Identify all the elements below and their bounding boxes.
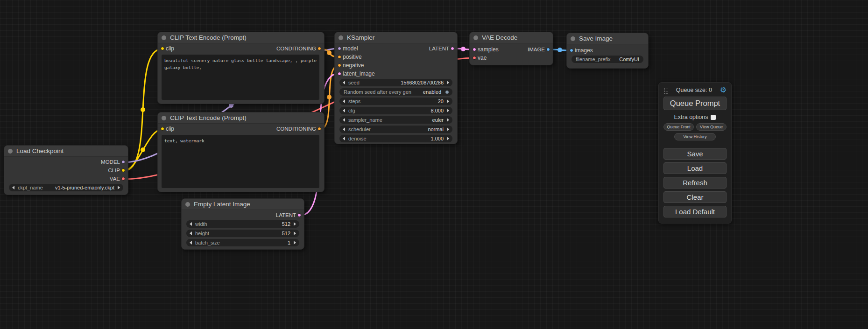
output-slot-conditioning[interactable] xyxy=(318,47,321,50)
decrement-arrow-icon[interactable] xyxy=(343,99,345,103)
collapse-dot-icon[interactable] xyxy=(339,35,343,40)
refresh-button[interactable]: Refresh xyxy=(663,177,727,189)
input-slot-images[interactable] xyxy=(570,49,573,52)
positive-prompt-textarea[interactable]: beautiful scenery nature glass bottle la… xyxy=(162,55,319,100)
view-queue-button[interactable]: View Queue xyxy=(696,123,727,131)
node-titlebar[interactable]: VAE Decode xyxy=(470,32,553,43)
increment-arrow-icon[interactable] xyxy=(294,231,296,235)
increment-arrow-icon[interactable] xyxy=(447,118,449,122)
input-label: samples xyxy=(478,46,499,53)
load-button[interactable]: Load xyxy=(663,162,727,174)
output-slot-conditioning[interactable] xyxy=(318,127,321,131)
widget-ckpt-name[interactable]: ckpt_name v1-5-pruned-emaonly.ckpt xyxy=(9,184,123,191)
node-clip-text-encode-positive[interactable]: CLIP Text Encode (Prompt) clip CONDITION… xyxy=(157,32,325,104)
collapse-dot-icon[interactable] xyxy=(571,36,575,41)
node-titlebar[interactable]: CLIP Text Encode (Prompt) xyxy=(158,32,324,43)
output-slot-latent[interactable] xyxy=(297,213,301,217)
collapse-dot-icon[interactable] xyxy=(162,35,166,40)
widget-sampler-name[interactable]: sampler_name euler xyxy=(339,116,452,124)
input-slot-clip[interactable] xyxy=(161,47,164,50)
input-slot-vae[interactable] xyxy=(473,56,476,60)
output-slot-model[interactable] xyxy=(121,160,125,164)
input-slot-samples[interactable] xyxy=(473,48,476,51)
slot-row: CLIP xyxy=(4,166,128,175)
node-titlebar[interactable]: Load Checkpoint xyxy=(4,146,128,157)
decrement-arrow-icon[interactable] xyxy=(343,81,345,84)
input-slot-negative[interactable] xyxy=(338,63,341,67)
widget-value: 512 xyxy=(282,221,290,227)
output-slot-clip[interactable] xyxy=(121,168,125,172)
input-slot-model[interactable] xyxy=(338,47,341,50)
collapse-dot-icon[interactable] xyxy=(473,35,478,40)
input-slot-latent-image[interactable] xyxy=(338,72,341,76)
widget-filename-prefix[interactable]: filename_prefix ComfyUI xyxy=(572,56,643,63)
widget-batch-size[interactable]: batch_size 1 xyxy=(186,239,299,246)
collapse-dot-icon[interactable] xyxy=(162,116,166,120)
queue-size-label: Queue size: 0 xyxy=(668,87,720,93)
node-title: Load Checkpoint xyxy=(16,147,64,154)
output-slot-latent[interactable] xyxy=(451,47,454,50)
decrement-arrow-icon[interactable] xyxy=(12,186,14,189)
decrement-arrow-icon[interactable] xyxy=(343,109,345,112)
widget-label: sampler_name xyxy=(348,117,382,123)
increment-arrow-icon[interactable] xyxy=(447,81,449,84)
link-midpoint-dot xyxy=(141,147,145,152)
widget-seed[interactable]: seed 156680208700286 xyxy=(339,79,452,86)
widget-cfg[interactable]: cfg 8.000 xyxy=(339,107,452,114)
increment-arrow-icon[interactable] xyxy=(447,109,449,112)
negative-prompt-textarea[interactable]: text, watermark xyxy=(162,135,319,188)
settings-gear-icon[interactable]: ⚙ xyxy=(720,86,727,94)
widget-denoise[interactable]: denoise 1.000 xyxy=(339,135,452,142)
node-vae-decode[interactable]: VAE Decode samples IMAGE vae xyxy=(469,32,553,65)
node-ksampler[interactable]: KSampler model LATENT positive negative … xyxy=(334,32,458,144)
view-history-button[interactable]: View History xyxy=(674,133,716,140)
decrement-arrow-icon[interactable] xyxy=(343,137,345,140)
widget-scheduler[interactable]: scheduler normal xyxy=(339,126,452,133)
queue-prompt-button[interactable]: Queue Prompt xyxy=(663,97,727,110)
increment-arrow-icon[interactable] xyxy=(447,137,449,140)
input-slot-clip[interactable] xyxy=(161,127,164,131)
save-button[interactable]: Save xyxy=(663,148,727,160)
decrement-arrow-icon[interactable] xyxy=(190,241,192,245)
node-load-checkpoint[interactable]: Load Checkpoint MODEL CLIP VAE ckpt_name… xyxy=(4,145,128,195)
widget-label: ckpt_name xyxy=(18,185,43,190)
increment-arrow-icon[interactable] xyxy=(118,186,120,189)
increment-arrow-icon[interactable] xyxy=(294,241,296,245)
node-titlebar[interactable]: KSampler xyxy=(335,32,457,43)
widget-random-seed-toggle[interactable]: Random seed after every gen enabled xyxy=(339,88,452,96)
widget-value: 8.000 xyxy=(430,108,444,113)
link-midpoint-dot xyxy=(557,48,562,52)
node-titlebar[interactable]: Save Image xyxy=(567,33,648,44)
decrement-arrow-icon[interactable] xyxy=(343,127,345,131)
node-titlebar[interactable]: Empty Latent Image xyxy=(182,199,304,210)
decrement-arrow-icon[interactable] xyxy=(190,231,192,235)
decrement-arrow-icon[interactable] xyxy=(190,222,192,226)
widget-width[interactable]: width 512 xyxy=(186,220,299,228)
output-slot-image[interactable] xyxy=(546,48,550,51)
increment-arrow-icon[interactable] xyxy=(294,222,296,226)
widget-height[interactable]: height 512 xyxy=(186,230,299,237)
node-titlebar[interactable]: CLIP Text Encode (Prompt) xyxy=(158,112,324,124)
link-midpoint-dot xyxy=(327,95,332,99)
menu-drag-handle-icon[interactable] xyxy=(663,87,668,94)
decrement-arrow-icon[interactable] xyxy=(343,118,345,122)
load-default-button[interactable]: Load Default xyxy=(663,206,727,217)
toggle-dot-icon[interactable] xyxy=(445,90,449,94)
queue-front-button[interactable]: Queue Front xyxy=(663,123,694,131)
widget-value: 1 xyxy=(288,240,290,245)
increment-arrow-icon[interactable] xyxy=(447,99,449,103)
collapse-dot-icon[interactable] xyxy=(185,202,190,207)
extra-options-checkbox[interactable] xyxy=(711,115,716,120)
comfyui-node-canvas[interactable]: { "colors": { "model": "#B39DDB", "clip"… xyxy=(0,0,868,329)
node-empty-latent-image[interactable]: Empty Latent Image LATENT width 512 heig… xyxy=(181,198,304,250)
slot-row: samples IMAGE xyxy=(470,45,553,54)
output-slot-vae[interactable] xyxy=(121,177,125,181)
node-save-image[interactable]: Save Image images filename_prefix ComfyU… xyxy=(566,33,649,69)
clear-button[interactable]: Clear xyxy=(663,191,727,203)
input-slot-positive[interactable] xyxy=(338,55,341,59)
node-clip-text-encode-negative[interactable]: CLIP Text Encode (Prompt) clip CONDITION… xyxy=(157,112,325,192)
increment-arrow-icon[interactable] xyxy=(447,127,449,131)
collapse-dot-icon[interactable] xyxy=(8,149,13,154)
widget-value: normal xyxy=(428,126,444,132)
widget-steps[interactable]: steps 20 xyxy=(339,98,452,105)
